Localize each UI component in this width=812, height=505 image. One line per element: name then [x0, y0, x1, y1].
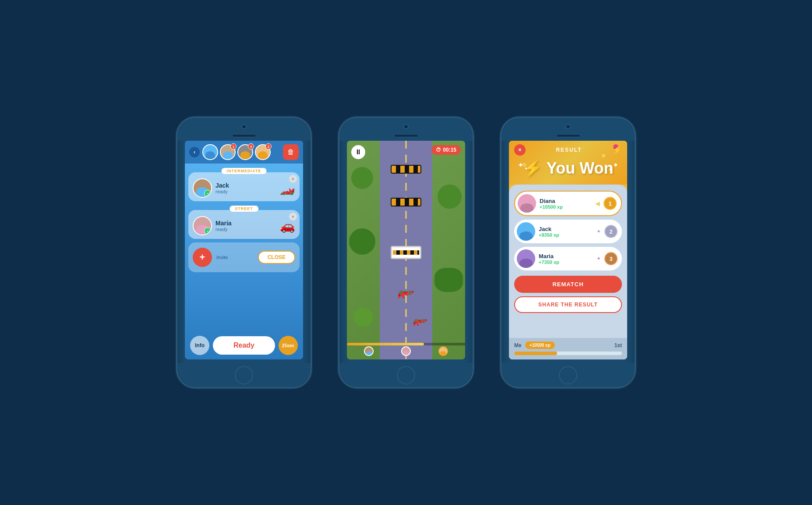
phone2-camera [403, 124, 409, 129]
phone1-camera [241, 124, 247, 129]
maria-result-name: Maria [539, 253, 593, 260]
phone-3: × RESULT ⚡ ✦ ✦ ⚡ You Won ✦ ✦ [500, 117, 636, 388]
diana-info: Diana +10500 xp [540, 198, 592, 210]
me-label: Me [514, 342, 522, 349]
phone-1: ‹ 1 [176, 117, 312, 388]
jack-car-icon: 🏎️ [280, 181, 295, 196]
phone2-top-bar [339, 118, 473, 141]
phone3-home-button[interactable] [559, 366, 577, 384]
result-close-button[interactable]: × [514, 144, 526, 156]
pause-icon: ⏸ [355, 148, 362, 156]
jack-result-avatar [517, 222, 535, 241]
invite-card: + Invite CLOSE [188, 242, 300, 272]
invite-plus-button[interactable]: + [193, 248, 212, 267]
p3-me-bar: Me +10500 xp 1st [509, 338, 627, 359]
phone1-home-button[interactable] [235, 366, 253, 384]
phone-2: ⏸ ⏱ 00:15 [338, 117, 474, 388]
jack-card-badge: INTERMEDIATE [222, 168, 267, 174]
avatar-1 [202, 144, 218, 160]
jack-result-avatar-wrap [517, 222, 535, 241]
p3-content: Diana +10500 xp ◀ 1 [509, 185, 627, 338]
jack-result-info: Jack +9350 xp [539, 226, 593, 238]
maria-avatar: ✓ [193, 216, 212, 235]
invite-label: Invite [216, 255, 254, 260]
invite-close-button[interactable]: CLOSE [258, 251, 295, 264]
jack-name: Jack [215, 182, 276, 189]
jack-rank: 2 [609, 228, 612, 235]
diana-rank-badge: 1 [604, 197, 617, 210]
share-result-button[interactable]: SHARE THE RESULT [514, 296, 622, 313]
maria-card-close[interactable]: × [289, 213, 297, 220]
avatar-3: 4 [237, 144, 253, 160]
maria-rank-badge: 3 [604, 252, 618, 265]
enemy-car: 🏎️ [413, 319, 428, 333]
p3-header: × RESULT ⚡ [509, 141, 627, 159]
phone2-screen: ⏸ ⏱ 00:15 [347, 141, 465, 359]
maria-result-info: Maria +7350 xp [539, 253, 593, 265]
jack-avatar: ✓ [193, 178, 212, 198]
avatar-4: 2 [255, 144, 271, 160]
maria-check-icon: ✓ [204, 228, 211, 235]
race-progress [347, 343, 424, 345]
phone1-speaker [232, 134, 256, 137]
maria-result-xp: +7350 xp [539, 260, 593, 265]
timer-badge: 25 sec [279, 336, 298, 355]
phone1-bottom [177, 363, 311, 387]
info-button[interactable]: Info [190, 336, 209, 355]
me-progress-fill [514, 352, 557, 355]
avatar-2-badge: 1 [230, 143, 237, 149]
jack-result-row: Jack +9350 xp ✦ 2 [514, 220, 622, 243]
diana-row: Diana +10500 xp ◀ 1 [514, 191, 622, 216]
avatar-4-badge: 2 [265, 143, 272, 149]
diana-xp: +10500 xp [540, 204, 592, 210]
maria-rank: 3 [609, 256, 612, 262]
clock-icon: ⏱ [436, 147, 441, 153]
maria-status: ready [215, 227, 276, 232]
p1-header: ‹ 1 [185, 141, 303, 164]
jack-info: Jack ready [215, 182, 276, 194]
phones-container: ‹ 1 [159, 90, 653, 415]
diana-avatar [518, 194, 536, 213]
maria-name: Maria [215, 220, 276, 227]
indicator-1 [364, 346, 374, 356]
timer-value: 25 [282, 343, 287, 348]
rematch-button[interactable]: REMATCH [514, 276, 622, 293]
phone2-speaker [394, 134, 418, 137]
maria-card-badge: STREET [229, 206, 258, 212]
jack-result-xp: +9350 xp [539, 232, 593, 238]
jack-check-icon: ✓ [204, 190, 211, 197]
jack-card: INTERMEDIATE × ✓ Jack ready [188, 172, 300, 201]
maria-result-avatar [517, 249, 535, 268]
phone1-screen: ‹ 1 [185, 141, 303, 359]
player-indicators [347, 346, 465, 356]
jack-result-name: Jack [539, 226, 593, 232]
avatar-3-badge: 4 [248, 143, 254, 149]
me-progress-bar [514, 352, 622, 355]
jack-rank-badge: 2 [604, 225, 618, 238]
indicator-3 [438, 346, 448, 356]
maria-car-icon: 🚗 [280, 219, 295, 233]
pause-button[interactable]: ⏸ [351, 145, 365, 159]
phone3-speaker [556, 134, 580, 137]
you-won-text: ⚡ You Won [523, 159, 614, 177]
trash-button[interactable]: 🗑 [283, 144, 299, 160]
diana-rank: 1 [608, 200, 611, 207]
bolt-icon: ⚡ [612, 145, 622, 155]
phone1-top-bar [177, 118, 311, 141]
phone3-screen: × RESULT ⚡ ✦ ✦ ⚡ You Won ✦ ✦ [509, 141, 627, 359]
indicator-2 [401, 346, 411, 356]
p1-bottom-bar: Info Ready 25 sec [185, 331, 303, 359]
diana-avatar-wrap [518, 194, 536, 213]
phone2-bottom [339, 363, 473, 387]
p1-avatars: 1 4 [202, 144, 280, 160]
jack-card-close[interactable]: × [289, 175, 297, 183]
avatar-2: 1 [220, 144, 236, 160]
ready-button[interactable]: Ready [213, 336, 275, 355]
back-button[interactable]: ‹ [189, 147, 200, 157]
phone3-top-bar [501, 118, 635, 141]
timer-unit: sec [287, 343, 294, 348]
me-rank-label: 1st [614, 342, 622, 349]
game-timer: ⏱ 00:15 [431, 145, 461, 155]
jack-status: ready [215, 189, 276, 194]
phone2-home-button[interactable] [397, 366, 415, 384]
